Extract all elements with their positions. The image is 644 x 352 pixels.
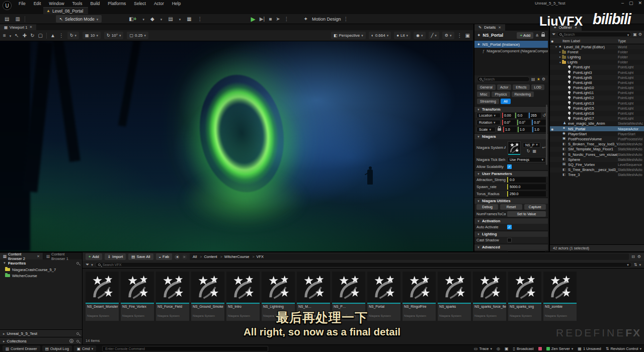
filter-chip[interactable]: Rendering [512, 92, 534, 97]
details-search-input[interactable] [477, 76, 530, 82]
fab-button[interactable]: ◒Fab [156, 253, 172, 260]
scale-tool-icon[interactable]: ▢ [38, 33, 43, 38]
viewport-tab[interactable]: ▦ Viewport 1 ✕ [0, 24, 36, 30]
location-y-field[interactable]: 0.0 [515, 113, 527, 118]
chevron-down-icon[interactable] [10, 33, 12, 38]
rotation-z-field[interactable]: 0.0° [532, 120, 546, 125]
session-icon[interactable]: ◎ [497, 346, 500, 351]
new-folder-icon[interactable]: ▣ [633, 32, 637, 37]
auto-activate-checkbox[interactable]: ✓ [507, 225, 512, 229]
trace-dropdown[interactable]: ▭Trace [474, 346, 492, 351]
details-tab[interactable]: ✎ Details ✕ [474, 24, 505, 31]
tick-behavior-dropdown[interactable]: Use Prereqs [507, 157, 546, 162]
location-z-field[interactable]: 265 [529, 113, 541, 118]
outliner-row[interactable]: PointLight8 PointLight [550, 80, 644, 85]
outliner-row[interactable]: PointLight12 PointLight [550, 96, 644, 101]
revision-control-dropdown[interactable]: ⇅Revision Control [606, 346, 641, 351]
eject-button[interactable]: ➤ [276, 16, 280, 22]
outliner-row[interactable]: ▾ Level_08_Portal (Editor) World [550, 44, 644, 49]
viewport-settings-dropdown[interactable]: ⚙ [442, 32, 454, 39]
menu-item[interactable]: Actor [150, 1, 168, 7]
parameter-value-field[interactable]: 250.0 [507, 191, 546, 197]
motion-design-label[interactable]: Motion Design [312, 17, 341, 22]
favorites-header[interactable]: ▼ Favorites [0, 259, 82, 267]
scale-z-field[interactable]: 1.0 [532, 127, 546, 132]
play-button[interactable]: ▶ [251, 16, 256, 23]
level-tab[interactable]: ▲ Level_08_Portal [43, 7, 88, 14]
surface-snap-icon[interactable]: ▲ [50, 33, 55, 38]
chevron-down-icon[interactable] [91, 262, 93, 267]
close-button[interactable]: ✕ [638, 1, 642, 6]
cinematics-icon[interactable]: ▤ [167, 16, 174, 22]
filter-chip[interactable]: Streaming [477, 99, 499, 104]
parameter-value-field[interactable]: 5000.0 [507, 184, 546, 190]
toolbar-overflow-icon[interactable] [198, 16, 203, 22]
coordinate-system-toggle[interactable]: ↻ [67, 32, 79, 39]
chevron-down-icon[interactable] [179, 17, 181, 22]
close-icon[interactable]: ✕ [37, 254, 40, 258]
close-icon[interactable]: ✕ [29, 25, 32, 29]
use-selected-icon[interactable]: ↻ [527, 149, 530, 153]
snap-options-icon[interactable] [59, 33, 64, 38]
outliner-row[interactable]: ▸ Forest Folder [550, 49, 644, 54]
collections-section[interactable]: Collections + [0, 337, 82, 344]
section-activation[interactable]: ▼Activation [474, 218, 548, 224]
rotate-tool-icon[interactable]: ↻ [30, 33, 34, 38]
component-tree-root[interactable]: ✦ NS_Portal (Instance) [474, 41, 548, 48]
expand-sections-icon[interactable]: ▤ [531, 77, 535, 81]
outliner-row[interactable]: PointLight17 PointLight [550, 116, 644, 121]
niagara-asset-dropdown[interactable]: NS_P [523, 142, 540, 148]
outliner-row[interactable]: Sphere StaticMeshActo [550, 157, 644, 162]
grid-snap-toggle[interactable]: ▦10 [83, 32, 101, 39]
section-user-parameters[interactable]: ▼User Parameters [474, 170, 548, 177]
viewport-overflow-icon[interactable] [457, 33, 462, 38]
menu-item[interactable]: Tools [69, 1, 86, 7]
section-transform[interactable]: ▼Transform [474, 106, 548, 112]
outliner-row[interactable]: S_Broken_Tree__iecy_lod3_Var1 StaticMesh… [550, 142, 644, 147]
chevron-down-icon[interactable] [639, 262, 641, 267]
rotation-y-field[interactable]: 0.0° [517, 120, 531, 125]
favorite-folder-item[interactable]: WitcherCourse [0, 273, 82, 279]
section-niagara-utilities[interactable]: ▼Niagara Utilities [474, 198, 548, 204]
content-drawer-button[interactable]: ▥Content Drawer [3, 345, 40, 351]
sort-icon[interactable]: ⇅ [634, 262, 637, 267]
frame-skip-button[interactable]: ▶| [260, 16, 265, 22]
expander-icon[interactable]: ▾ [558, 61, 562, 64]
chevron-down-icon[interactable] [142, 17, 144, 22]
section-lighting[interactable]: ▼Lighting [474, 231, 548, 237]
menu-item[interactable]: Edit [30, 1, 45, 7]
save-icon[interactable]: ▤ [3, 16, 11, 22]
add-component-button[interactable]: +Add [517, 32, 533, 39]
favorite-folder-item[interactable]: NiagaraCrashCourse_5_7 [0, 267, 82, 273]
forward-button[interactable]: ► [182, 254, 187, 259]
eye-icon[interactable]: ◉ [550, 39, 554, 43]
gear-icon[interactable]: ⚙ [638, 32, 642, 37]
filter-icon[interactable]: ⏷ [552, 32, 555, 37]
utility-button[interactable]: Capture [524, 204, 546, 210]
outliner-row[interactable]: PostProcessVolume PostProcessVol [550, 136, 644, 141]
location-dropdown[interactable]: Location [476, 113, 501, 118]
section-advanced[interactable]: ▼Advanced [474, 244, 548, 250]
parameter-value-field[interactable]: 0.0 [507, 177, 546, 183]
filter-chip[interactable]: All [501, 99, 511, 104]
add-actor-icon[interactable]: ◧+ [127, 16, 138, 22]
menu-item[interactable]: Platforms [104, 1, 129, 7]
expander-icon[interactable]: ▾ [554, 45, 558, 48]
move-tool-icon[interactable]: ✚ [23, 33, 27, 38]
location-x-field[interactable]: 0.00 [502, 113, 514, 118]
breadcrumb-item[interactable]: All [193, 254, 197, 259]
landscape-icon[interactable]: ▦ [185, 16, 193, 22]
details-scrollbar[interactable] [546, 105, 547, 165]
outliner-row[interactable]: ▸ Lighting Folder [550, 54, 644, 59]
search-icon[interactable] [76, 340, 79, 342]
outliner-row[interactable]: Tree_3 StaticMeshActo [550, 172, 644, 178]
reset-to-default-icon[interactable]: ↩ [542, 145, 546, 150]
column-type[interactable]: Type [618, 39, 644, 43]
outliner-row[interactable]: eve_magic_idle_Anim SkeletalMeshAc [550, 121, 644, 126]
menu-item[interactable]: Window [45, 1, 67, 7]
blueprints-icon[interactable]: ◆ [149, 16, 156, 22]
menu-item[interactable]: Build [87, 1, 103, 7]
breadcrumb-item[interactable]: VFX [250, 254, 264, 259]
output-log-button[interactable]: ▤Output Log [42, 345, 72, 351]
filter-chip[interactable]: Misc [477, 92, 490, 97]
